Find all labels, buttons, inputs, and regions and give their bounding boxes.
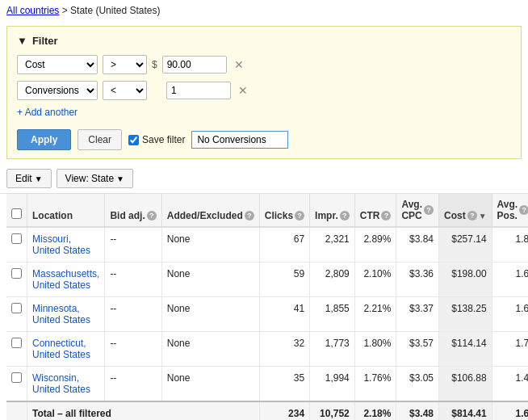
save-filter-checkbox[interactable] [128,135,139,145]
breadcrumb-current: State (United States) [70,5,160,16]
row-impr-2: 1,855 [310,297,355,332]
row-location-0[interactable]: Missouri, United States [27,227,105,262]
row-bid-adj-4: -- [105,367,161,402]
avg-cpc-help-icon[interactable]: ? [424,205,434,215]
header-cost[interactable]: Cost ? ▼ [439,194,492,227]
total-row: Total – all filtered 234 10,752 2.18% $3… [6,401,528,420]
add-another-link[interactable]: + Add another [17,107,78,118]
row-avg-pos-3: 1.7 [492,332,528,367]
view-button[interactable]: View: State ▼ [57,169,133,188]
filter-field-2[interactable]: Conversions Cost Clicks [17,81,98,100]
header-location: Location [27,194,105,227]
filter-row-cost: Cost Conversions Clicks > < = $ ✕ [17,55,511,74]
header-clicks[interactable]: Clicks ? [259,194,309,227]
row-ctr-0: 2.89% [354,227,396,262]
row-avg-pos-2: 1.6 [492,297,528,332]
row-impr-3: 1,773 [310,332,355,367]
row-clicks-2: 41 [259,297,309,332]
row-checkbox-0 [6,227,27,262]
breadcrumb-link[interactable]: All countries [6,5,59,16]
select-all-checkbox[interactable] [11,208,22,219]
edit-button[interactable]: Edit ▼ [6,169,52,188]
header-avg-cpc[interactable]: Avg.CPC ? [396,194,439,227]
row-added-excluded-1: None [161,262,259,297]
row-select-0[interactable] [11,233,22,244]
row-impr-1: 2,809 [310,262,355,297]
row-avg-pos-0: 1.8 [492,227,528,262]
dollar-sign-1: $ [152,59,157,70]
row-ctr-4: 1.76% [354,367,396,402]
save-filter-name-input[interactable] [191,131,288,149]
row-location-4[interactable]: Wisconsin, United States [27,367,105,402]
header-avg-pos[interactable]: Avg.Pos. ? [492,194,528,227]
row-select-2[interactable] [11,303,22,313]
row-cost-2: $138.25 [439,297,492,332]
row-select-1[interactable] [11,268,22,279]
edit-label: Edit [15,173,32,184]
clicks-help-icon[interactable]: ? [295,211,304,220]
row-impr-0: 2,321 [310,227,355,262]
remove-filter-1[interactable]: ✕ [232,58,246,71]
row-location-3[interactable]: Connecticut, United States [27,332,105,367]
avg-pos-help-icon[interactable]: ? [519,205,528,215]
filter-row-conversions: Conversions Cost Clicks < > = ✕ [17,81,511,100]
table-row: Connecticut, United States -- None 32 1,… [6,332,528,367]
table-row: Minnesota, United States -- None 41 1,85… [6,297,528,332]
row-added-excluded-0: None [161,227,259,262]
header-ctr[interactable]: CTR ? [354,194,396,227]
filter-actions: Apply Clear Save filter [17,129,511,150]
ctr-help-icon[interactable]: ? [381,211,391,220]
row-location-2[interactable]: Minnesota, United States [27,297,105,332]
save-filter-label[interactable]: Save filter [128,134,185,145]
data-table: Location Bid adj. ? Added/Excluded ? Cli… [6,194,528,420]
row-location-1[interactable]: Massachusetts, United States [27,262,105,297]
row-avg-cpc-4: $3.05 [396,367,439,402]
table-body: Missouri, United States -- None 67 2,321… [6,227,528,401]
row-checkbox-2 [6,297,27,332]
filter-operator-2[interactable]: < > = [103,81,147,100]
header-bid-adj: Bid adj. ? [105,194,161,227]
row-avg-cpc-3: $3.57 [396,332,439,367]
row-ctr-1: 2.10% [354,262,396,297]
edit-chevron-icon: ▼ [35,174,43,183]
filter-title: ▼ Filter [17,35,511,47]
row-clicks-3: 32 [259,332,309,367]
row-clicks-4: 35 [259,367,309,402]
row-checkbox-1 [6,262,27,297]
row-select-3[interactable] [11,338,22,348]
total-avg-pos: 1.6 [492,401,528,420]
filter-collapse-icon[interactable]: ▼ [17,35,27,47]
bid-adj-help-icon[interactable]: ? [147,211,157,220]
total-checkbox-col [6,401,27,420]
total-clicks: 234 [259,401,309,420]
filter-value-2[interactable] [166,82,231,99]
table-row: Missouri, United States -- None 67 2,321… [6,227,528,262]
total-ctr: 2.18% [354,401,396,420]
row-clicks-1: 59 [259,262,309,297]
row-added-excluded-2: None [161,297,259,332]
apply-button[interactable]: Apply [17,129,71,150]
cost-help-icon[interactable]: ? [467,211,477,220]
total-cost: $814.41 [439,401,492,420]
row-cost-3: $114.14 [439,332,492,367]
filter-value-1[interactable] [162,56,227,74]
impr-help-icon[interactable]: ? [340,211,350,220]
header-impr[interactable]: Impr. ? [310,194,355,227]
row-checkbox-3 [6,332,27,367]
row-select-4[interactable] [11,372,22,383]
filter-field-1[interactable]: Cost Conversions Clicks [17,55,98,74]
remove-filter-2[interactable]: ✕ [236,84,250,97]
clear-button[interactable]: Clear [78,129,122,150]
save-filter-text: Save filter [142,134,185,145]
breadcrumb: All countries > State (United States) [0,0,528,21]
added-excluded-help-icon[interactable]: ? [245,211,254,220]
filter-operator-1[interactable]: > < = [103,55,147,74]
total-impr: 10,752 [310,401,355,420]
table-row: Wisconsin, United States -- None 35 1,99… [6,367,528,402]
row-avg-cpc-0: $3.84 [396,227,439,262]
filter-section: ▼ Filter Cost Conversions Clicks > < = $… [6,26,522,159]
row-ctr-3: 1.80% [354,332,396,367]
table-header-row: Location Bid adj. ? Added/Excluded ? Cli… [6,194,528,227]
table-footer: Total – all filtered 234 10,752 2.18% $3… [6,401,528,420]
row-cost-0: $257.14 [439,227,492,262]
